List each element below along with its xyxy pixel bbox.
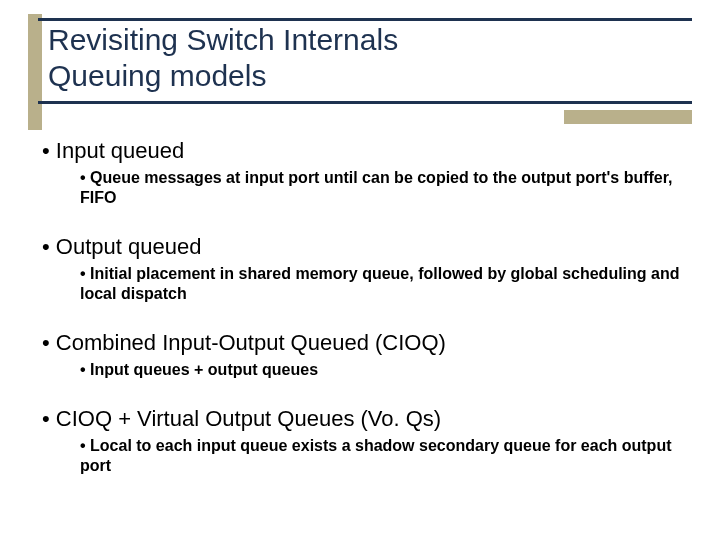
bullet-level2: • Input queues + output queues [80, 360, 706, 380]
body: • Input queued • Queue messages at input… [42, 138, 706, 476]
bullet-level1: • Output queued [42, 234, 706, 260]
bullet-level2: • Local to each input queue exists a sha… [80, 436, 706, 476]
slide: Revisiting Switch Internals Queuing mode… [0, 0, 720, 540]
rule-bottom [38, 101, 692, 104]
decoration-right-bar [564, 110, 692, 124]
bullet-level1: • CIOQ + Virtual Output Queues (Vo. Qs) [42, 406, 706, 432]
title-line-2: Queuing models [48, 58, 680, 94]
rule-top [38, 18, 692, 21]
bullet-level1: • Combined Input-Output Queued (CIOQ) [42, 330, 706, 356]
title-block: Revisiting Switch Internals Queuing mode… [48, 22, 680, 94]
decoration-left-bar [28, 14, 42, 130]
title-line-1: Revisiting Switch Internals [48, 22, 680, 58]
bullet-level2: • Queue messages at input port until can… [80, 168, 706, 208]
bullet-level1: • Input queued [42, 138, 706, 164]
bullet-level2: • Initial placement in shared memory que… [80, 264, 706, 304]
